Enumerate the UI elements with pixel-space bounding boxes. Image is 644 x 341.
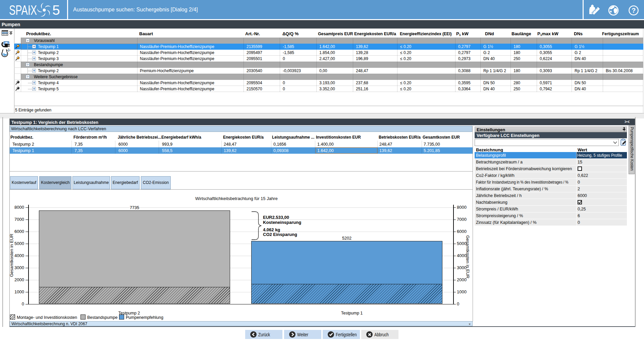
svg-text:?: ? — [632, 7, 636, 14]
svg-text:SPAIX: SPAIX — [9, 2, 37, 18]
svg-text:5: 5 — [52, 2, 60, 18]
